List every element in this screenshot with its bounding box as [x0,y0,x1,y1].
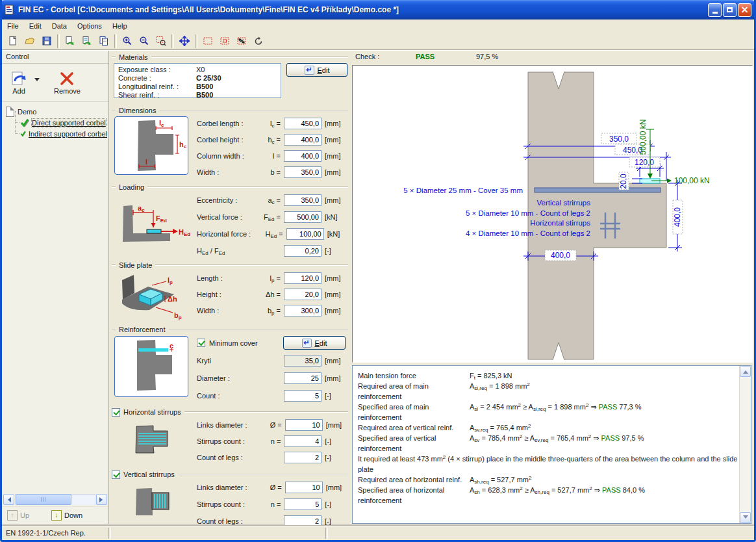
field-unit: [kN] [327,230,346,238]
field-unit: [mm] [325,152,346,160]
close-button[interactable]: ✕ [738,3,751,17]
menu-help[interactable]: Help [107,21,132,31]
field-unit: [mm] [325,120,346,127]
tree-item-indirect-supported-corbel[interactable]: Indirect supported corbel [14,128,107,139]
tree-item-direct-supported-corbel[interactable]: Direct supported corbel [14,117,107,128]
field-label: Width : [197,168,244,176]
document-icon [6,107,14,117]
eccentricity-input[interactable] [284,194,321,206]
result-label: Specified area of vertical reinforcement [358,433,470,454]
v-links-diameter-input[interactable] [285,482,323,493]
tree-root-item[interactable]: Demo [6,106,107,117]
v-stirrups-count-input[interactable] [284,498,321,510]
export-drawing-button[interactable] [62,33,79,49]
select-window-button[interactable] [199,33,216,49]
menu-edit[interactable]: Edit [24,21,47,31]
zoom-out-button[interactable] [136,33,153,49]
redraw-button[interactable] [250,33,267,49]
copy-button[interactable] [95,33,112,49]
maximize-button[interactable] [723,3,737,17]
select-inside-button[interactable] [216,33,233,49]
results-vertical-scrollbar[interactable] [739,366,751,523]
reinforcement-edit-button[interactable]: ↵ Edit [283,336,346,350]
zoom-extents-icon [236,36,247,46]
width-input[interactable] [284,166,321,178]
vertical-force-input[interactable] [284,211,321,223]
down-button[interactable]: ↓ Down [51,510,82,521]
material-value: B500 [196,83,213,90]
scroll-left-button[interactable] [3,494,14,505]
scroll-up-button[interactable] [740,366,751,377]
edit-return-icon: ↵ [305,66,314,75]
field-symbol: Δh = [244,290,281,298]
save-button[interactable] [38,33,55,49]
zoom-in-button[interactable] [119,33,136,49]
drawing-canvas[interactable]: 350,0 450,0 120,0 20,0 400,0 400,0 500,0… [352,65,753,363]
loading-title: Loading [119,183,144,191]
new-button[interactable] [5,33,21,49]
zoom-extents-button[interactable] [233,33,250,49]
force-ratio-input[interactable] [284,245,321,257]
remove-button[interactable]: Remove [50,70,84,96]
zoom-in-icon [122,36,132,46]
scrollbar-track[interactable] [15,494,95,505]
toolbar-separator [57,34,60,48]
menu-file[interactable]: File [2,21,24,31]
maximize-icon [727,7,733,12]
menu-data[interactable]: Data [47,21,72,31]
tree-root-label: Demo [18,108,36,116]
corbel-height-input[interactable] [284,134,321,146]
zoom-window-button[interactable] [153,33,170,49]
count-input[interactable] [284,390,321,402]
field-label: Vertical force : [197,213,244,221]
zoom-out-icon [139,36,149,46]
materials-title: Materials [119,53,148,61]
horizontal-stirrups-drawing-label: 4 × Diameter 10 mm - Count of legs 2 [466,229,590,237]
down-label: Down [64,511,82,519]
import-drawing-button[interactable] [79,33,95,49]
reinforcement-group: Reinforcement c Minimum cover ↵ Edit [112,325,348,406]
dim-400-right-label: 400,0 [673,207,682,227]
plate-length-input[interactable] [284,272,321,284]
h-stirrups-count-input[interactable] [284,435,321,447]
add-dropdown-arrow[interactable] [34,78,40,84]
horizontal-stirrups-checkbox[interactable] [112,408,120,417]
up-button[interactable]: ↑ Up [7,510,29,521]
scroll-right-button[interactable] [96,494,107,505]
scrollbar-thumb[interactable] [16,494,71,505]
h-count-of-legs-input[interactable] [284,452,321,463]
result-formula: Asv = 785,4 mm2 ≥ Asv,req = 765,4 mm2 ⇒ … [470,433,738,454]
diameter-input[interactable] [284,372,321,384]
horizontal-stirrups-title: Horizontal stirrups [123,408,181,416]
column-width-input[interactable] [284,150,321,162]
cover-input[interactable] [284,355,321,367]
minimize-button[interactable] [708,3,722,17]
field-label: Horizontal force : [197,230,251,238]
minimum-cover-checkbox[interactable] [197,339,205,347]
corbel-length-input[interactable] [284,118,321,129]
field-label: Count of legs : [197,454,244,461]
vertical-stirrups-checkbox[interactable] [112,471,120,479]
remove-label: Remove [54,87,81,95]
h-links-diameter-input[interactable] [285,419,323,431]
loading-group: Loading acFEdHEd Eccentricity :ac =[mm] … [112,183,348,259]
app-icon [5,5,15,15]
plate-height-input[interactable] [284,289,321,300]
vertical-stirrups-group: Vertical strirrups Links diameter :Ø =[m… [112,470,348,531]
edit-return-icon: ↵ [302,339,312,348]
materials-edit-button[interactable]: ↵ Edit [286,63,347,77]
add-button[interactable]: Add [6,70,32,96]
menu-options[interactable]: Options [72,21,107,31]
svg-text:FEd: FEd [156,214,167,224]
main-reinforcement-bar [535,188,661,192]
zoom-window-icon [156,36,166,46]
dimensions-diagram-thumbnail: lchcl [114,116,188,175]
pan-button[interactable] [176,33,193,49]
tree-horizontal-scrollbar[interactable] [3,494,107,505]
field-unit: [mm] [325,307,346,315]
open-button[interactable] [21,33,38,49]
scroll-down-button[interactable] [740,512,751,523]
horizontal-force-input[interactable] [286,228,324,240]
plate-width-input[interactable] [284,305,321,316]
dimensions-title: Dimensions [119,107,156,114]
